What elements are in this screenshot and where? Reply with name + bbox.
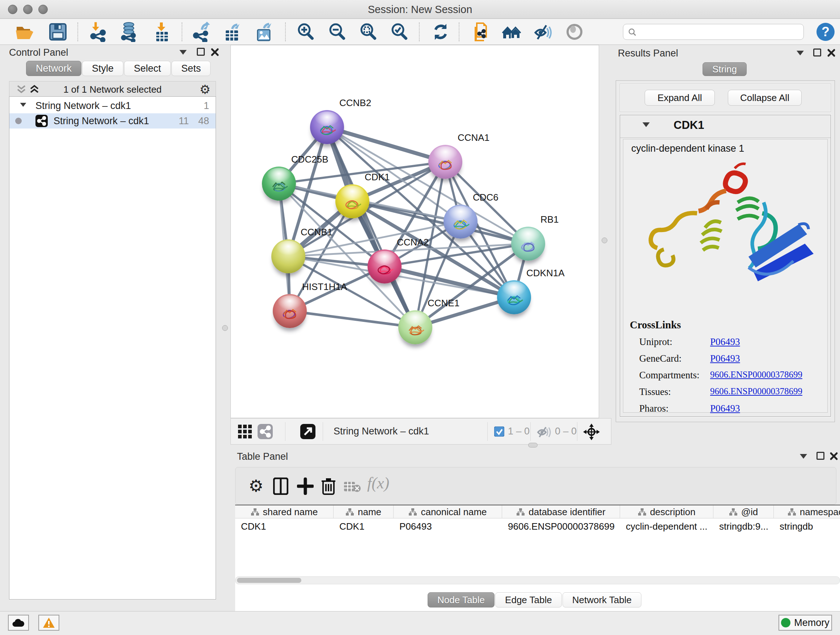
import-table-from-file-button[interactable] (151, 21, 173, 43)
crosslink-link[interactable]: 9606.ENSP00000378699 (710, 370, 802, 380)
cloud-button[interactable] (8, 615, 29, 631)
export-network-button[interactable] (190, 21, 212, 43)
network-edge[interactable] (327, 127, 415, 327)
tab-node-table[interactable]: Node Table (428, 592, 494, 608)
panel-float-icon[interactable] (813, 49, 821, 57)
table-cell[interactable]: stringdb:9... (714, 518, 774, 534)
tab-network-table[interactable]: Network Table (562, 592, 641, 608)
network-row-selected[interactable]: String Network – cdk1 11 48 (9, 113, 216, 128)
export-table-button[interactable] (221, 21, 243, 43)
tab-network[interactable]: Network (26, 61, 81, 76)
string-share-icon[interactable] (257, 424, 273, 439)
crosslink-link[interactable]: 9606.ENSP00000378699 (710, 386, 802, 396)
panel-menu-icon[interactable] (180, 50, 187, 55)
panel-float-icon[interactable] (197, 48, 205, 56)
horizontal-scrollbar[interactable] (235, 576, 840, 584)
crosslink-link[interactable]: P06493 (710, 353, 740, 364)
column-header-4[interactable]: description (620, 505, 714, 518)
zoom-out-button[interactable] (326, 21, 348, 43)
pan-crosshair-icon[interactable] (583, 423, 600, 441)
table-cell[interactable]: CDK1 (235, 518, 333, 534)
import-network-from-database-button[interactable] (118, 21, 141, 43)
table-cell[interactable]: stringdb (774, 518, 840, 534)
panel-menu-icon[interactable] (800, 454, 807, 459)
panel-close-icon[interactable] (827, 49, 836, 57)
table-row[interactable]: CDK1CDK1P064939606.ENSP00000378699cyclin… (235, 518, 840, 534)
network-node-CCNA2[interactable] (368, 249, 401, 283)
refresh-button[interactable] (430, 21, 452, 43)
zoom-fit-content-button[interactable] (357, 21, 379, 43)
column-header-0[interactable]: shared name (235, 505, 333, 518)
network-node-CDKN1A[interactable] (497, 280, 531, 314)
network-node-RB1[interactable] (511, 226, 545, 261)
memory-button[interactable]: Memory (778, 615, 832, 631)
network-edge[interactable] (290, 311, 415, 327)
network-node-CDK1[interactable] (335, 184, 369, 218)
network-node-CCNB2[interactable] (310, 110, 344, 144)
panel-close-icon[interactable] (210, 48, 219, 57)
panel-close-icon[interactable] (829, 452, 838, 461)
selected-checkbox-icon[interactable] (494, 426, 504, 437)
panel-float-icon[interactable] (816, 452, 824, 460)
tab-sets[interactable]: Sets (172, 61, 210, 76)
show-graphics-details-button[interactable] (532, 21, 554, 43)
crosslink-link[interactable]: P06493 (710, 403, 740, 414)
network-canvas[interactable]: CCNB2CCNA1CDC25BCDK1CDC6RB1CCNB1CCNA2CDK… (231, 45, 599, 418)
table-cell[interactable]: P06493 (393, 518, 502, 534)
column-header-2[interactable]: canonical name (393, 505, 502, 518)
table-cell[interactable]: 9606.ENSP00000378699 (502, 518, 620, 534)
table-cell[interactable]: CDK1 (333, 518, 393, 534)
string-document-button[interactable] (470, 21, 492, 43)
table-options-gear-icon[interactable]: ⚙ (248, 476, 264, 496)
network-node-CCNB1[interactable] (271, 239, 305, 273)
detach-view-icon[interactable] (300, 424, 316, 439)
network-collection-row[interactable]: String Network – cdk1 1 (9, 98, 216, 113)
zoom-in-button[interactable] (295, 21, 317, 43)
tab-string[interactable]: String (703, 62, 747, 76)
left-splitter-handle[interactable] (222, 325, 228, 331)
right-splitter-handle[interactable] (602, 238, 607, 243)
panel-menu-icon[interactable] (797, 51, 804, 55)
export-image-button[interactable] (253, 21, 275, 43)
network-node-CDC25B[interactable] (262, 166, 296, 201)
network-list-options-gear-icon[interactable]: ⚙ (200, 82, 210, 97)
search-input[interactable] (623, 24, 804, 40)
scrollbar-thumb[interactable] (237, 578, 302, 583)
tree-expander-icon[interactable] (20, 103, 27, 107)
delete-column-trash-icon[interactable] (321, 477, 336, 495)
selected-count: 1 – 0 (508, 426, 530, 437)
show-columns-icon[interactable] (273, 478, 288, 495)
open-session-button[interactable] (14, 21, 35, 43)
column-header-3[interactable]: database identifier (502, 505, 620, 518)
tab-select[interactable]: Select (124, 61, 171, 76)
add-column-icon[interactable] (297, 478, 314, 495)
import-network-from-file-button[interactable] (88, 21, 109, 43)
birdseye-grid-icon[interactable] (238, 424, 252, 439)
column-header-1[interactable]: name (333, 505, 393, 518)
attribute-type-icon (638, 508, 646, 516)
column-header-5[interactable]: @id (714, 505, 774, 518)
network-node-CCNE1[interactable] (398, 310, 432, 344)
collapse-all-button[interactable]: Collapse All (728, 90, 802, 106)
tab-edge-table[interactable]: Edge Table (495, 592, 562, 608)
expand-all-button[interactable]: Expand All (645, 90, 715, 106)
warnings-button[interactable] (38, 615, 59, 631)
crosslink-link[interactable]: P06493 (710, 336, 740, 348)
network-node-HIST1H1A[interactable] (273, 294, 307, 328)
tab-style[interactable]: Style (82, 61, 123, 76)
zoom-selected-button[interactable] (388, 21, 410, 43)
entry-expander-icon[interactable] (643, 122, 650, 127)
hidden-eye-slash-icon[interactable] (537, 425, 551, 438)
help-button[interactable]: ? (815, 21, 836, 43)
render-sphere-button[interactable] (564, 21, 585, 43)
table-cell[interactable]: cyclin-dependent ... (620, 518, 714, 534)
network-node-CCNA1[interactable] (428, 145, 462, 179)
warning-triangle-icon (43, 617, 55, 628)
column-header-6[interactable]: namespace (774, 505, 840, 518)
network-node-CDC6[interactable] (444, 204, 477, 239)
collection-count: 1 (204, 100, 209, 111)
network-list-header: 1 of 1 Network selected ⚙ (9, 81, 216, 96)
houses-button[interactable] (501, 21, 523, 43)
protein-sketch-icon (374, 259, 395, 278)
save-session-button[interactable] (47, 21, 69, 43)
